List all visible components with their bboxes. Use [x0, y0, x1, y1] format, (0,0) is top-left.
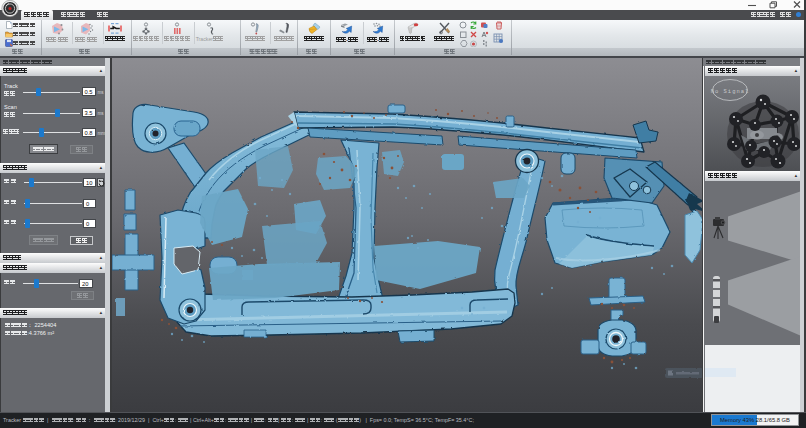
svg-text:No Signal: No Signal [710, 87, 749, 94]
